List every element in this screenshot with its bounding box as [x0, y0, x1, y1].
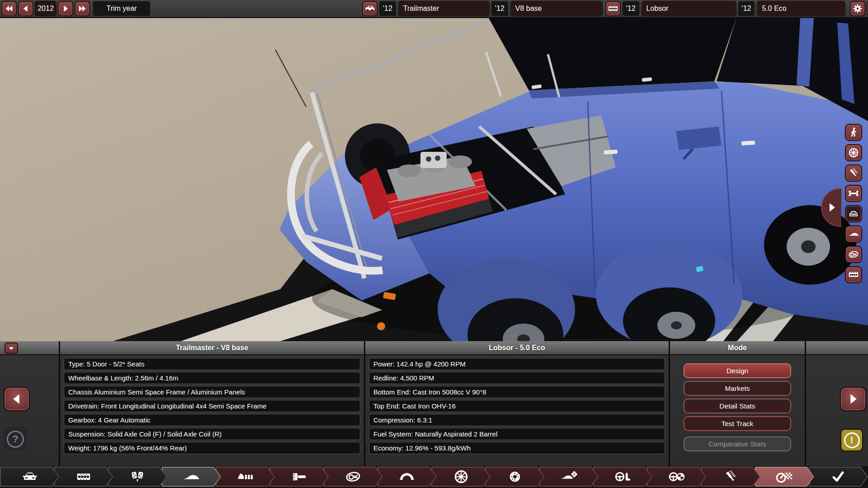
tab-gearbox[interactable]	[108, 467, 167, 487]
trim-year-value[interactable]: 2012	[35, 1, 57, 16]
year-prev-button[interactable]	[18, 1, 33, 16]
driver-assists-icon	[669, 469, 685, 485]
show-suspension-button[interactable]	[845, 164, 862, 182]
mode-design-button[interactable]: Design	[684, 363, 791, 378]
viewport-3d-scene[interactable]	[0, 18, 868, 341]
car-model-name-field[interactable]: Trailmaster	[398, 1, 490, 16]
engine-stat-row: Top End: Cast Iron OHV-16	[369, 400, 665, 412]
finish-check-icon	[830, 469, 846, 484]
panel-engine-stats: Lobsor - 5.0 Eco Power: 142.4 hp @ 4200 …	[365, 341, 670, 466]
pedestrian-icon	[848, 127, 859, 138]
tab-rims[interactable]	[431, 467, 491, 487]
suspension-icon	[723, 469, 738, 484]
engine-stat-row: Redline: 4,500 RPM	[369, 372, 665, 384]
tab-brakes[interactable]	[485, 467, 544, 487]
settings-button[interactable]	[850, 1, 865, 16]
prev-page-button[interactable]	[4, 387, 30, 411]
car-styling-icon	[848, 228, 859, 240]
tab-engine[interactable]	[54, 467, 113, 487]
chevron-down-icon	[7, 344, 15, 352]
chassis-icon	[848, 188, 859, 199]
tab-car-body[interactable]	[0, 467, 59, 487]
tab-aero-cooling[interactable]	[539, 467, 599, 487]
engine-variant-year-badge: '12	[738, 1, 755, 16]
collapse-panel-button[interactable]	[5, 343, 18, 354]
show-styling-button[interactable]	[845, 225, 862, 243]
testing-icon	[776, 468, 793, 485]
car-stat-row: Gearbox: 4 Gear Automatic	[64, 414, 360, 426]
right-arrow-icon	[845, 391, 861, 407]
panel-right-rail: !	[806, 341, 868, 466]
engine-stat-row: Fuel System: Naturally Aspirated 2 Barre…	[369, 428, 665, 440]
show-pedestrian-button[interactable]	[845, 124, 862, 141]
year-forward-button[interactable]	[75, 1, 90, 16]
mode-detail-stats-button[interactable]: Detail Stats	[684, 399, 791, 413]
trim-year-label: Trim year	[93, 1, 151, 16]
suspension-icon	[848, 167, 859, 179]
next-page-button[interactable]	[840, 387, 866, 411]
engine-variant-name-field[interactable]: 5.0 Eco	[757, 1, 845, 16]
tab-suspension-tune[interactable]	[701, 467, 760, 487]
engine-stat-row: Power: 142.4 hp @ 4200 RPM	[369, 358, 665, 370]
right-arrow-icon	[61, 4, 71, 14]
tab-interior[interactable]	[216, 467, 275, 487]
mode-comparative-stats-button: Comparative Stats	[684, 436, 791, 451]
play-right-icon	[825, 201, 839, 214]
view-options-toolbar	[845, 124, 862, 286]
tab-body-design[interactable]	[162, 467, 221, 487]
show-wheels-button[interactable]	[845, 144, 862, 161]
show-chassis-button[interactable]	[845, 185, 862, 202]
tab-testing[interactable]	[755, 467, 814, 487]
tab-paint[interactable]	[269, 467, 329, 487]
tab-wheel-arch[interactable]	[377, 467, 437, 487]
designer-tab-bar	[0, 466, 868, 488]
mode-title: Mode	[670, 341, 805, 355]
headlight-icon	[848, 249, 859, 260]
gear-icon	[852, 3, 863, 14]
tab-interior-trim[interactable]	[593, 467, 652, 487]
car-trim-year-badge: '12	[491, 1, 509, 16]
car-stat-row: Drivetrain: Front Longitudinal Longitudi…	[64, 400, 360, 412]
show-body-button[interactable]	[845, 205, 862, 222]
car-body-icon	[848, 208, 859, 220]
interior-seats-icon	[237, 469, 254, 485]
car-render	[0, 18, 868, 341]
car-icon	[364, 3, 375, 14]
car-stat-row: Type: 5 Door - 5/2* Seats	[64, 358, 360, 370]
steering-seat-icon	[614, 469, 631, 485]
rim-icon	[848, 147, 859, 159]
engine-icon	[848, 269, 859, 281]
gearbox-icon	[130, 469, 145, 484]
car-stat-row: Suspension: Solid Axle Coil (F) / Solid …	[64, 428, 360, 440]
car-front-icon	[22, 469, 38, 484]
car-trim-name-field[interactable]: V8 base	[510, 1, 603, 16]
engine-gasket-icon	[76, 469, 91, 484]
tab-fixtures[interactable]	[324, 467, 383, 487]
tab-finish[interactable]	[809, 467, 868, 487]
mode-test-track-button[interactable]: Test Track	[684, 416, 791, 431]
engine-family-name-field[interactable]: Lobsor	[642, 1, 736, 16]
mode-markets-button[interactable]: Markets	[684, 381, 791, 396]
engine-icon	[608, 3, 618, 14]
car-model-button[interactable]	[362, 1, 377, 16]
warning-button[interactable]: !	[840, 429, 863, 451]
car-stat-row: Weight: 1796 kg (56% Front/44% Rear)	[64, 442, 360, 454]
car-body-design-icon	[182, 468, 200, 486]
engine-stat-row: Compression: 6.3:1	[369, 414, 665, 426]
engine-family-button[interactable]	[605, 1, 621, 16]
show-fixtures-button[interactable]	[845, 246, 862, 263]
show-engine-button[interactable]	[845, 266, 862, 283]
double-right-arrow-icon	[77, 4, 87, 14]
year-rewind-button[interactable]	[1, 1, 17, 16]
engine-stats-title: Lobsor - 5.0 Eco	[365, 341, 669, 355]
double-left-arrow-icon	[4, 4, 14, 14]
year-next-button[interactable]	[58, 1, 73, 16]
panel-car-stats: Trailmaster - V8 base Type: 5 Door - 5/2…	[60, 341, 365, 466]
tab-driver-assists[interactable]	[647, 467, 706, 487]
brake-icon	[508, 469, 522, 484]
help-button[interactable]: ?	[4, 427, 27, 451]
panel-mode: Mode Design Markets Detail Stats Test Tr…	[670, 341, 806, 466]
top-bar: 2012 Trim year '12 Trailmaster '12 V8 ba…	[0, 0, 868, 18]
engine-family-year-badge: '12	[622, 1, 640, 16]
rim-icon	[453, 469, 469, 485]
